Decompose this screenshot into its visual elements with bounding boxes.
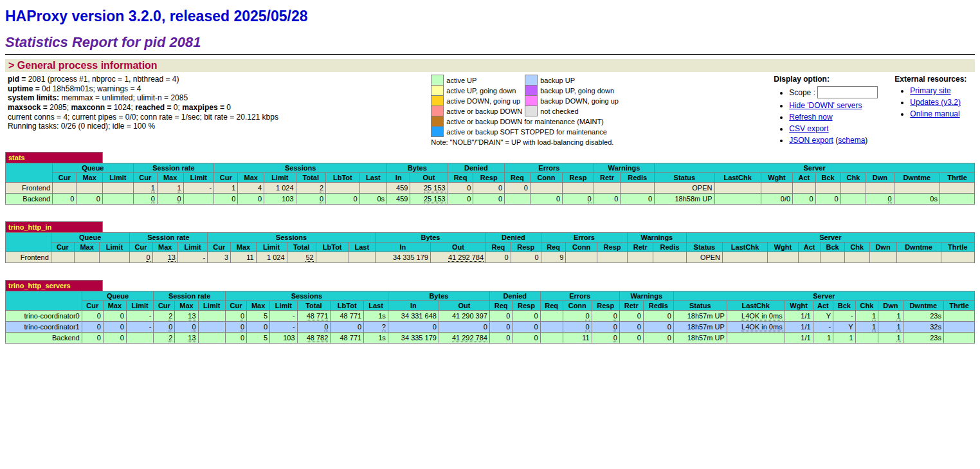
stat-cell: 0: [489, 322, 512, 333]
scope-input[interactable]: [817, 86, 878, 98]
stat-cell: 1s: [364, 311, 388, 322]
csv-export-link[interactable]: CSV export: [789, 124, 828, 133]
stat-cell: 23s: [903, 311, 943, 322]
col-chk: Chk: [855, 301, 878, 311]
haproxy-version-link[interactable]: HAProxy version 3.2.0, released 2025/05/…: [5, 8, 308, 24]
stat-cell: -: [183, 183, 214, 194]
legend-label: backup UP, going down: [538, 86, 621, 96]
stat-value-tooltip: 1: [872, 323, 876, 331]
stat-value-tooltip: 0: [585, 312, 589, 320]
stat-value-tooltip: 1: [151, 184, 155, 192]
proxy-stats-table: QueueSession rateSessionsBytesDeniedErro…: [5, 163, 975, 205]
hide-down-servers-link[interactable]: Hide 'DOWN' servers: [789, 101, 862, 110]
external-resources-heading: External resources:: [894, 75, 966, 84]
process-info-line: system limits: memmax = unlimited; ulimi…: [8, 93, 278, 103]
stat-cell: 18h57m UP: [673, 311, 727, 322]
colgroup-queue: Queue: [51, 233, 129, 243]
online-manual-link[interactable]: Online manual: [910, 109, 959, 118]
stat-cell: 1: [855, 311, 878, 322]
proxy-name-link[interactable]: trino_http_in: [8, 223, 51, 231]
corner-cell: [6, 233, 51, 252]
colgroup-queue: Queue: [82, 291, 154, 301]
col-status: Status: [655, 173, 714, 183]
col-dwntme: Dwntme: [903, 301, 943, 311]
stat-cell: [198, 311, 225, 322]
stat-cell: 0: [513, 322, 540, 333]
stat-cell: 0: [82, 322, 103, 333]
stat-cell: 0: [175, 322, 198, 333]
stat-cell: [727, 333, 785, 344]
col-act: Act: [813, 301, 833, 311]
stat-cell: 0: [563, 311, 592, 322]
stat-cell: 0: [486, 252, 511, 263]
external-resources-panel: External resources: Primary siteUpdates …: [892, 75, 975, 147]
colgroup-sessions: Sessions: [225, 291, 388, 301]
col-cur: Cur: [225, 301, 246, 311]
process-info-label: pid =: [8, 75, 28, 84]
primary-site-link[interactable]: Primary site: [910, 86, 950, 95]
stat-cell: 0: [643, 322, 673, 333]
col-resp: Resp: [592, 301, 619, 311]
stat-cell: 3: [208, 252, 231, 263]
proxy-name-link[interactable]: trino_http_servers: [8, 282, 71, 290]
stat-cell: [594, 183, 621, 194]
stat-cell: Y: [813, 311, 833, 322]
display-option: Refresh now: [789, 113, 878, 122]
stat-cell: 1s: [364, 333, 388, 344]
json-export-link[interactable]: JSON export: [789, 136, 833, 145]
col-dwn: Dwn: [866, 173, 894, 183]
colgroup-errors: Errors: [540, 291, 619, 301]
col-limit: Limit: [256, 243, 287, 252]
stat-cell: 103: [264, 194, 296, 205]
col-limit: Limit: [183, 173, 214, 183]
stat-cell: 25 153: [410, 183, 448, 194]
col-bck: Bck: [833, 301, 856, 311]
json-schema-link[interactable]: schema: [838, 136, 865, 145]
col-act: Act: [798, 243, 820, 252]
stat-cell: 48 771: [331, 333, 364, 344]
stat-cell: L4OK in 0ms: [727, 311, 785, 322]
external-resources-list: Primary siteUpdates (v3.2)Online manual: [894, 86, 972, 118]
stat-value-tooltip: 48 782: [307, 334, 329, 342]
proxy-name-link[interactable]: stats: [8, 154, 25, 161]
col-act: Act: [793, 173, 815, 183]
stat-cell: 0: [866, 194, 894, 205]
stat-cell: 48 771: [297, 311, 331, 322]
stat-cell: 0: [793, 194, 815, 205]
stat-cell: 0: [619, 322, 643, 333]
stat-value-tooltip: 1: [177, 184, 181, 192]
stat-cell: 1: [878, 322, 903, 333]
legend-swatch-active-up-going-down: [431, 86, 444, 96]
stat-cell: [869, 252, 896, 263]
updates-v3-2-link[interactable]: Updates (v3.2): [910, 98, 961, 107]
stat-cell: 0: [225, 322, 246, 333]
stat-cell: -: [126, 322, 153, 333]
legend-swatch-active-up: [431, 75, 444, 86]
stat-cell: 0: [247, 322, 270, 333]
refresh-now-link[interactable]: Refresh now: [789, 113, 832, 122]
col-total: Total: [296, 173, 326, 183]
stat-value-tooltip: 0: [613, 334, 617, 342]
corner-cell: [6, 163, 53, 183]
display-option: CSV export: [789, 124, 878, 133]
process-info-line: current conns = 4; current pipes = 0/0; …: [8, 113, 278, 122]
stat-cell: 0: [621, 194, 655, 205]
legend-label: active or backup DOWN for maintenance (M…: [444, 116, 621, 127]
process-info-value: memmax = unlimited; ulimit-n = 2085: [59, 93, 188, 102]
stat-cell: 11: [563, 333, 592, 344]
stat-cell: [359, 183, 386, 194]
colgroup-errors: Errors: [505, 163, 594, 173]
col-cur: Cur: [82, 301, 103, 311]
col-total: Total: [287, 243, 316, 252]
stat-value-tooltip: 1: [896, 323, 900, 331]
stat-value-tooltip: 0: [240, 323, 244, 331]
legend-swatch-backup-up-going-down: [525, 86, 538, 96]
col-max: Max: [157, 173, 183, 183]
legend-row: active UP, going down backup UP, going d…: [431, 86, 621, 96]
colgroup-denied: Denied: [448, 163, 504, 173]
legend-label: not checked: [538, 106, 621, 116]
legend-swatch-active-down-going-up: [431, 96, 444, 106]
col-in: In: [387, 173, 410, 183]
legend-label: active DOWN, going up: [444, 96, 525, 106]
stat-cell: 41 292 784: [439, 333, 489, 344]
